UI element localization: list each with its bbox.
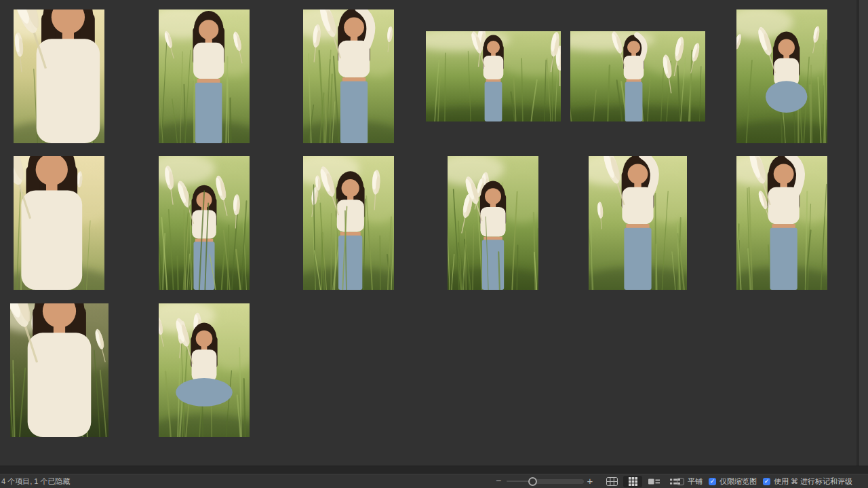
checkbox-unchecked[interactable]: [677, 478, 684, 485]
photo-thumbnail[interactable]: [14, 156, 104, 290]
item-count-label: 4 个项目, 1 个已隐藏: [1, 474, 70, 488]
view-mode-small-grid-button[interactable]: [623, 476, 642, 487]
photo-thumbnail[interactable]: [736, 156, 827, 290]
photo-thumbnail[interactable]: [448, 156, 538, 290]
option-2: ✓仅限缩览图: [709, 476, 757, 487]
status-bar: 4 个项目, 1 个已隐藏 − + 平铺✓仅限缩览图✓使用 ⌘ 进行标记和评级: [0, 474, 868, 488]
option-1: 平铺: [677, 476, 703, 487]
option-label: 使用 ⌘ 进行标记和评级: [774, 476, 852, 487]
photo-thumbnail[interactable]: [10, 303, 108, 437]
thumbnail-size-slider[interactable]: [507, 474, 584, 488]
thumbnail-grid: [0, 0, 868, 466]
photo-thumbnail[interactable]: [589, 156, 687, 290]
right-panel-edge: [856, 0, 868, 474]
checkbox-checked[interactable]: ✓: [763, 478, 770, 485]
photo-thumbnail[interactable]: [159, 10, 250, 143]
checkbox-checked[interactable]: ✓: [709, 478, 716, 485]
photo-thumbnail[interactable]: [303, 156, 394, 290]
photo-thumbnail[interactable]: [14, 10, 104, 143]
option-label: 仅限缩览图: [719, 476, 757, 487]
photo-thumbnail[interactable]: [159, 156, 250, 290]
photo-browser-window: 4 个项目, 1 个已隐藏 − + 平铺✓仅限缩览图✓使用 ⌘ 进行标记和评级: [0, 0, 868, 488]
thumbnail-details-icon: [648, 478, 660, 485]
photo-thumbnail[interactable]: [303, 10, 394, 143]
option-label: 平铺: [688, 476, 703, 487]
zoom-in-button[interactable]: +: [584, 474, 596, 487]
photo-thumbnail[interactable]: [570, 31, 705, 121]
slider-track-right: [532, 479, 584, 484]
photo-thumbnail[interactable]: [736, 10, 827, 143]
photo-thumbnail[interactable]: [159, 303, 250, 437]
photo-thumbnail[interactable]: [426, 31, 561, 121]
slider-knob[interactable]: [528, 477, 537, 486]
large-grid-icon: [606, 477, 618, 486]
view-mode-thumbnail-details-button[interactable]: [644, 476, 663, 487]
view-options-group: 平铺✓仅限缩览图✓使用 ⌘ 进行标记和评级: [677, 474, 859, 488]
view-mode-button-group: [602, 475, 684, 488]
option-3: ✓使用 ⌘ 进行标记和评级: [763, 476, 852, 487]
small-grid-icon: [629, 477, 637, 486]
zoom-out-button[interactable]: −: [493, 474, 504, 487]
view-mode-large-grid-button[interactable]: [602, 476, 621, 487]
